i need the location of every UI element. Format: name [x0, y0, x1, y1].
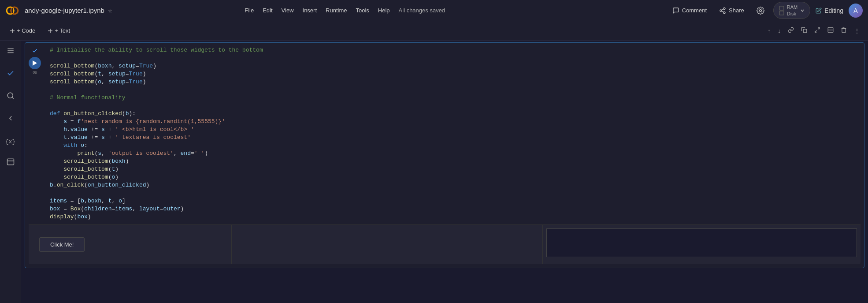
code-line-15: scroll_bottom(boxh) [50, 157, 859, 165]
delete-button[interactable] [838, 26, 849, 36]
add-text-button[interactable]: + Text [43, 26, 74, 36]
code-line-7: # Normal functionality [50, 94, 859, 102]
expand-icon [814, 27, 820, 33]
svg-line-15 [818, 28, 820, 30]
code-line-3: scroll_bottom(boxh, setup=True) [50, 62, 859, 70]
code-line-8 [50, 102, 859, 110]
svg-point-7 [759, 9, 761, 11]
menu-file[interactable]: File [241, 5, 257, 15]
ram-disk-indicator[interactable]: RAM Disk [773, 2, 810, 19]
top-bar: andy-google-jupyter1.ipynb ☆ File Edit V… [0, 0, 868, 21]
star-icon[interactable]: ☆ [108, 6, 112, 15]
link-button[interactable] [785, 26, 797, 36]
svg-rect-24 [7, 159, 14, 165]
menu-view[interactable]: View [278, 5, 297, 15]
code-content[interactable]: # Initialise the ability to scroll those… [45, 43, 864, 224]
comment-button[interactable]: Comment [669, 5, 710, 16]
code-line-19 [50, 189, 859, 197]
file-title-area: andy-google-jupyter1.ipynb ☆ [25, 6, 236, 15]
cell-check-icon [30, 45, 40, 56]
output-widget-section: Click Me! [29, 225, 231, 264]
code-line-17: scroll_bottom(o) [50, 173, 859, 181]
code-line-11: h.value += s + ' <b>html is cool</b> ' [50, 126, 859, 134]
svg-line-23 [12, 97, 13, 98]
comment-icon [672, 7, 679, 14]
code-line-6 [50, 86, 859, 94]
left-sidebar: {x} [0, 41, 21, 303]
run-time-label: 0s [33, 70, 37, 75]
user-avatar[interactable]: A [849, 4, 863, 18]
svg-point-22 [7, 93, 13, 98]
share-icon [719, 7, 726, 14]
code-line-4: scroll_bottom(t, setup=True) [50, 70, 859, 78]
code-line-16: scroll_bottom(t) [50, 165, 859, 173]
cell-run-area: 0s [25, 43, 45, 224]
code-line-18: b.on_click(on_button_clicked) [50, 181, 859, 189]
svg-rect-8 [779, 6, 784, 10]
chevron-down-icon [800, 8, 805, 13]
svg-point-2 [723, 7, 725, 9]
ram-disk-text: RAM Disk [787, 4, 798, 17]
code-line-12: t.value += s + ' textarea is coolest' [50, 134, 859, 142]
sidebar-navigate-icon[interactable] [3, 112, 19, 127]
settings-button[interactable] [753, 5, 768, 16]
save-status: All changes saved [399, 7, 445, 14]
click-me-button[interactable]: Click Me! [39, 237, 85, 252]
svg-point-4 [723, 11, 725, 13]
link-icon [788, 27, 794, 33]
svg-line-5 [722, 11, 724, 12]
svg-rect-9 [779, 11, 784, 15]
file-title[interactable]: andy-google-jupyter1.ipynb [25, 7, 104, 14]
svg-line-6 [722, 9, 724, 10]
menu-edit[interactable]: Edit [259, 5, 276, 15]
sidebar-variables-icon[interactable]: {x} [3, 134, 19, 148]
code-line-1: # Initialise the ability to scroll those… [50, 46, 859, 54]
output-area: Click Me! [29, 224, 861, 264]
svg-marker-26 [33, 60, 37, 66]
sidebar-menu-icon[interactable] [3, 44, 19, 60]
copy-icon [801, 27, 807, 33]
code-cell: 0s # Initialise the ability to scroll th… [25, 42, 864, 268]
add-code-button[interactable]: + Code [5, 26, 40, 36]
output-html-section [231, 225, 542, 264]
sidebar-checkmark-icon[interactable] [3, 67, 19, 82]
code-line-5: scroll_bottom(o, setup=True) [50, 78, 859, 86]
code-line-10: s = f'next random is {random.randint(1,5… [50, 118, 859, 126]
more-options-button[interactable]: ⋮ [851, 26, 863, 36]
output-textarea[interactable] [546, 228, 857, 257]
menu-help[interactable]: Help [375, 5, 393, 15]
copy-button[interactable] [798, 26, 810, 36]
svg-rect-14 [803, 29, 807, 33]
toolbar-row: + Code + Text ↑ ↓ [0, 21, 868, 41]
svg-point-3 [720, 10, 722, 11]
sidebar-search-icon[interactable] [3, 89, 19, 105]
menu-runtime[interactable]: Runtime [322, 5, 350, 15]
sidebar-files-icon[interactable] [3, 155, 19, 171]
expand-button[interactable] [812, 26, 823, 36]
content-area: 0s # Initialise the ability to scroll th… [21, 41, 868, 303]
ram-disk-icon [779, 6, 784, 15]
code-line-22: display(box) [50, 213, 859, 221]
editing-label: Editing [824, 7, 843, 14]
move-up-button[interactable]: ↑ [765, 26, 773, 36]
code-line-2 [50, 54, 859, 62]
colab-logo[interactable] [5, 4, 19, 18]
run-cell-button[interactable] [29, 57, 41, 69]
share-button[interactable]: Share [716, 5, 748, 16]
trash-icon [841, 27, 847, 33]
main-area: {x} [0, 41, 868, 303]
move-down-button[interactable]: ↓ [775, 26, 783, 36]
cell-layout: 0s # Initialise the ability to scroll th… [25, 43, 864, 224]
output-textarea-section [542, 225, 861, 264]
collapse-button[interactable] [825, 26, 836, 36]
menu-bar: File Edit View Insert Runtime Tools Help… [241, 5, 663, 15]
code-line-20: items = [b,boxh, t, o] [50, 197, 859, 205]
menu-tools[interactable]: Tools [352, 5, 372, 15]
menu-insert[interactable]: Insert [299, 5, 321, 15]
code-line-14: print(s, 'output is coolest', end=' ') [50, 150, 859, 157]
code-line-21: box = Box(children=items, layout=outer) [50, 205, 859, 213]
edit-pencil-icon [816, 7, 822, 14]
settings-icon [757, 7, 764, 15]
collapse-icon [827, 27, 834, 33]
notebook-area: 0s # Initialise the ability to scroll th… [21, 41, 868, 303]
